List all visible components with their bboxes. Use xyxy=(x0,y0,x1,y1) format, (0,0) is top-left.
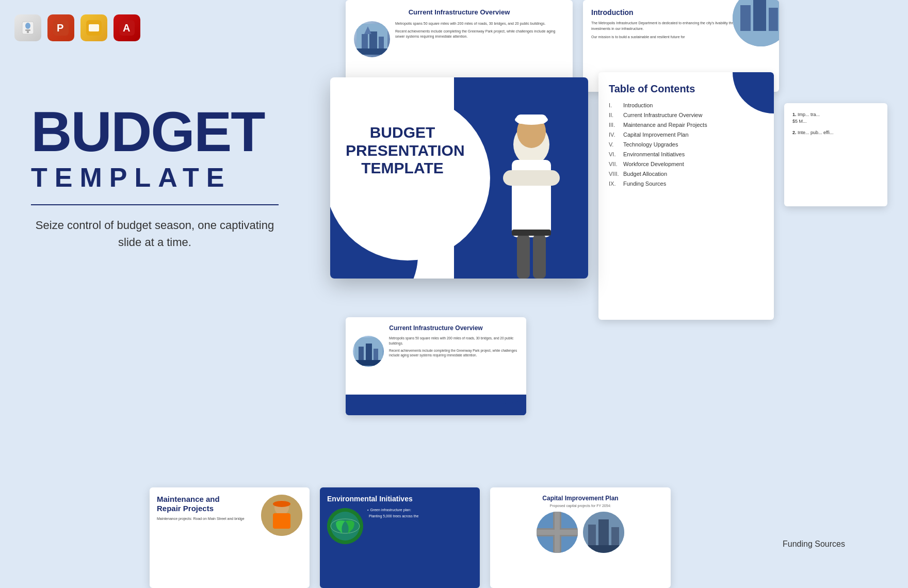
hero-title-budget: BUDGET xyxy=(31,103,279,160)
slide-numbered-items: 1. Imp... tra... $5 M... 2. Inte... pub.… xyxy=(792,111,879,136)
svg-rect-50 xyxy=(611,527,619,548)
slide-intro-image xyxy=(733,0,779,46)
slide-maint-title: Maintenance and Repair Projects xyxy=(157,495,256,513)
toc-item-5: V.Technology Upgrades xyxy=(609,141,764,148)
toc-item-6: VI.Environmental Initiatives xyxy=(609,151,764,157)
slide-infrastructure-bottom[interactable]: Current Infrastructure Overview Metropol… xyxy=(346,317,526,415)
slide-env-image xyxy=(327,508,363,544)
svg-point-39 xyxy=(331,512,360,541)
hero-section: BUDGET TEMPLATE Seize control of budget … xyxy=(31,103,279,251)
svg-rect-13 xyxy=(379,37,384,50)
slide-main[interactable]: BUDGET PRESENTATION TEMPLATE xyxy=(330,77,588,279)
slide-capital[interactable]: Capital Improvement Plan Proposed capita… xyxy=(490,487,671,588)
toc-item-2: II.Current Infrastructure Overview xyxy=(609,112,764,118)
keynote-icon[interactable] xyxy=(14,14,41,41)
slide-main-person xyxy=(475,103,588,279)
svg-rect-2 xyxy=(27,31,29,33)
env-bullet-1: •Green infrastructure plan: xyxy=(367,508,419,512)
svg-rect-12 xyxy=(369,31,377,50)
svg-rect-32 xyxy=(374,349,378,361)
slide-main-title: BUDGET PRESENTATION TEMPLATE xyxy=(346,124,459,177)
slide-infra-top-title: Current Infrastructure Overview xyxy=(354,8,564,16)
svg-rect-31 xyxy=(366,344,372,361)
svg-rect-51 xyxy=(583,545,624,553)
slide-infra2-image xyxy=(353,336,384,367)
app-icons-bar: P A xyxy=(14,14,140,41)
slide-env-bullets: •Green infrastructure plan: Planting 5,0… xyxy=(367,508,419,520)
svg-rect-37 xyxy=(273,513,290,529)
numbered-item-2: 2. Inte... pub... effi... xyxy=(792,129,879,136)
slide-env-title: Environmental Initiatives xyxy=(327,495,473,503)
svg-rect-11 xyxy=(362,34,368,50)
svg-rect-14 xyxy=(356,48,387,55)
svg-point-3 xyxy=(25,23,30,29)
svg-rect-46 xyxy=(555,530,560,535)
svg-rect-7 xyxy=(89,24,99,31)
capital-image-2 xyxy=(583,512,624,553)
slide-maint-text-area: Maintenance and Repair Projects Maintena… xyxy=(157,495,256,581)
powerpoint-icon[interactable]: P xyxy=(47,14,74,41)
toc-item-9: IX.Funding Sources xyxy=(609,181,764,187)
svg-text:A: A xyxy=(123,22,130,34)
svg-rect-23 xyxy=(516,115,547,124)
slide-infra-text: Metropolis spans 50 square miles with 20… xyxy=(395,21,564,57)
slides-preview-area: Current Infrastructure Overview Metropol… xyxy=(304,0,908,588)
slide-capital-subtitle: Proposed capital projects for FY 2054: xyxy=(497,504,663,508)
slide-maintenance[interactable]: Maintenance and Repair Projects Maintena… xyxy=(150,487,310,588)
svg-rect-26 xyxy=(517,235,530,279)
funding-sources-label: Funding Sources xyxy=(783,540,845,549)
slide-infra-image xyxy=(354,21,390,57)
env-bullet-2: Planting 5,000 trees across the xyxy=(367,514,419,518)
slide-maint-image xyxy=(261,495,302,536)
svg-rect-48 xyxy=(588,525,596,548)
slide-numbered-list[interactable]: 1. Imp... tra... $5 M... 2. Inte... pub.… xyxy=(784,103,887,206)
hero-title-template: TEMPLATE xyxy=(31,162,279,193)
numbered-item-1: 1. Imp... tra... $5 M... xyxy=(792,111,879,124)
toc-item-7: VII.Workforce Development xyxy=(609,161,764,167)
slide-infra2-text: Metropolis spans 50 square miles with 20… xyxy=(389,336,519,367)
svg-point-36 xyxy=(273,501,290,507)
hero-divider xyxy=(31,204,279,205)
slide-table-of-contents[interactable]: Table of Contents I.Introduction II.Curr… xyxy=(598,72,774,320)
svg-rect-1 xyxy=(25,29,30,31)
svg-rect-17 xyxy=(740,5,751,31)
slide-capital-title: Capital Improvement Plan xyxy=(497,495,663,502)
svg-rect-27 xyxy=(533,235,546,279)
svg-rect-18 xyxy=(753,0,766,31)
slide-maint-text: Maintenance projects: Road on Main Stree… xyxy=(157,516,256,521)
svg-rect-25 xyxy=(503,170,560,186)
hero-subtitle: Seize control of budget season, one capt… xyxy=(31,217,279,251)
svg-rect-30 xyxy=(359,347,364,361)
toc-item-8: VIII.Budget Allocation xyxy=(609,171,764,177)
slide-infra2-title: Current Infrastructure Overview xyxy=(353,324,519,332)
toc-item-1: I.Introduction xyxy=(609,102,764,108)
toc-item-3: III.Maintenance and Repair Projects xyxy=(609,122,764,128)
capital-image-1 xyxy=(537,512,578,553)
toc-items-list: I.Introduction II.Current Infrastructure… xyxy=(609,102,764,187)
acrobat-icon[interactable]: A xyxy=(113,14,140,41)
svg-rect-19 xyxy=(769,8,778,31)
slides-icon[interactable] xyxy=(80,14,107,41)
svg-rect-28 xyxy=(512,230,551,236)
slide-capital-images xyxy=(497,512,663,553)
slide-environmental[interactable]: Environmental Initiatives •Green infrast… xyxy=(320,487,480,588)
toc-item-4: IV.Capital Improvement Plan xyxy=(609,132,764,138)
svg-rect-33 xyxy=(354,360,383,366)
svg-text:P: P xyxy=(57,22,63,34)
svg-rect-49 xyxy=(598,519,609,548)
